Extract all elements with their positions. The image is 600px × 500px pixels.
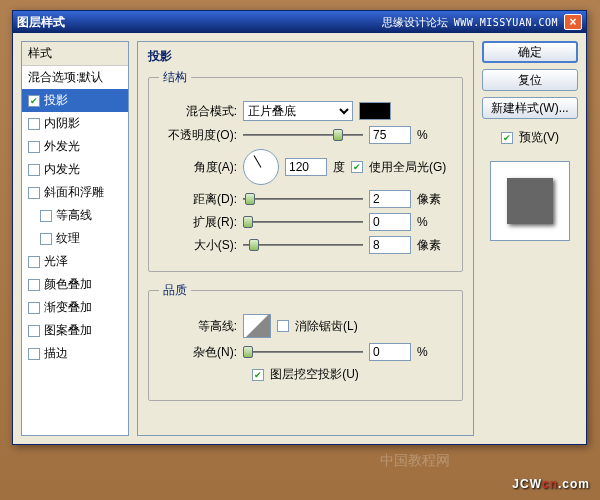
angle-label: 角度(A): <box>159 159 237 176</box>
style-item-gradient-overlay[interactable]: 渐变叠加 <box>22 296 128 319</box>
quality-group: 品质 等高线: 消除锯齿(L) 杂色(N): % 图层挖空投影(U) <box>148 282 463 401</box>
style-subitem-texture[interactable]: 纹理 <box>22 227 128 250</box>
titlebar-subtitle: 思缘设计论坛 <box>382 15 448 30</box>
distance-input[interactable] <box>369 190 411 208</box>
contour-picker[interactable] <box>243 314 271 338</box>
checkbox-icon[interactable] <box>28 256 40 268</box>
checkbox-icon[interactable] <box>28 118 40 130</box>
checkbox-icon[interactable] <box>28 348 40 360</box>
style-item-bevel[interactable]: 斜面和浮雕 <box>22 181 128 204</box>
new-style-button[interactable]: 新建样式(W)... <box>482 97 578 119</box>
ok-button[interactable]: 确定 <box>482 41 578 63</box>
dialog-title: 图层样式 <box>17 14 65 31</box>
style-list: 样式 混合选项:默认 投影 内阴影 外发光 内发光 斜面和浮雕 等高线 纹理 光… <box>21 41 129 436</box>
opacity-slider[interactable] <box>243 128 363 142</box>
angle-unit: 度 <box>333 159 345 176</box>
blend-mode-select[interactable]: 正片叠底 <box>243 101 353 121</box>
checkbox-icon[interactable] <box>28 302 40 314</box>
noise-unit: % <box>417 345 441 359</box>
checkbox-icon[interactable] <box>28 141 40 153</box>
size-input[interactable] <box>369 236 411 254</box>
cancel-button[interactable]: 复位 <box>482 69 578 91</box>
watermark-site: JCWcn.com <box>512 466 590 494</box>
noise-label: 杂色(N): <box>159 344 237 361</box>
size-label: 大小(S): <box>159 237 237 254</box>
structure-group: 结构 混合模式: 正片叠底 不透明度(O): % 角度(A): 度 <box>148 69 463 272</box>
checkbox-icon[interactable] <box>28 164 40 176</box>
checkbox-icon[interactable] <box>40 233 52 245</box>
shadow-color-swatch[interactable] <box>359 102 391 120</box>
settings-panel: 投影 结构 混合模式: 正片叠底 不透明度(O): % 角度(A): <box>137 41 474 436</box>
layer-style-dialog: 图层样式 思缘设计论坛 WWW.MISSYUAN.COM × 样式 混合选项:默… <box>12 10 587 445</box>
style-item-outer-glow[interactable]: 外发光 <box>22 135 128 158</box>
noise-input[interactable] <box>369 343 411 361</box>
style-subitem-contour[interactable]: 等高线 <box>22 204 128 227</box>
preview-box <box>490 161 570 241</box>
style-item-pattern-overlay[interactable]: 图案叠加 <box>22 319 128 342</box>
distance-label: 距离(D): <box>159 191 237 208</box>
contour-label: 等高线: <box>159 318 237 335</box>
angle-input[interactable] <box>285 158 327 176</box>
size-unit: 像素 <box>417 237 441 254</box>
global-light-label: 使用全局光(G) <box>369 159 446 176</box>
checkbox-icon[interactable] <box>28 279 40 291</box>
knockout-checkbox[interactable] <box>252 369 264 381</box>
style-item-stroke[interactable]: 描边 <box>22 342 128 365</box>
opacity-input[interactable] <box>369 126 411 144</box>
spread-slider[interactable] <box>243 215 363 229</box>
distance-slider[interactable] <box>243 192 363 206</box>
distance-unit: 像素 <box>417 191 441 208</box>
spread-input[interactable] <box>369 213 411 231</box>
angle-dial[interactable] <box>243 149 279 185</box>
knockout-label: 图层挖空投影(U) <box>270 366 359 383</box>
style-item-satin[interactable]: 光泽 <box>22 250 128 273</box>
blend-options-item[interactable]: 混合选项:默认 <box>22 66 128 89</box>
preview-swatch <box>507 178 553 224</box>
watermark-cn: 中国教程网 <box>380 452 450 470</box>
style-item-color-overlay[interactable]: 颜色叠加 <box>22 273 128 296</box>
close-icon: × <box>569 15 576 29</box>
preview-label: 预览(V) <box>519 129 559 146</box>
blend-mode-label: 混合模式: <box>159 103 237 120</box>
style-item-inner-glow[interactable]: 内发光 <box>22 158 128 181</box>
noise-slider[interactable] <box>243 345 363 359</box>
checkbox-icon[interactable] <box>28 187 40 199</box>
antialias-checkbox[interactable] <box>277 320 289 332</box>
titlebar: 图层样式 思缘设计论坛 WWW.MISSYUAN.COM × <box>13 11 586 33</box>
titlebar-url: WWW.MISSYUAN.COM <box>454 17 558 28</box>
quality-legend: 品质 <box>159 282 191 299</box>
antialias-label: 消除锯齿(L) <box>295 318 358 335</box>
spread-unit: % <box>417 215 441 229</box>
checkbox-icon[interactable] <box>40 210 52 222</box>
style-item-drop-shadow[interactable]: 投影 <box>22 89 128 112</box>
spread-label: 扩展(R): <box>159 214 237 231</box>
global-light-checkbox[interactable] <box>351 161 363 173</box>
style-list-header: 样式 <box>22 42 128 66</box>
style-item-inner-shadow[interactable]: 内阴影 <box>22 112 128 135</box>
preview-checkbox[interactable] <box>501 132 513 144</box>
panel-title: 投影 <box>148 48 463 65</box>
size-slider[interactable] <box>243 238 363 252</box>
structure-legend: 结构 <box>159 69 191 86</box>
checkbox-icon[interactable] <box>28 95 40 107</box>
opacity-label: 不透明度(O): <box>159 127 237 144</box>
checkbox-icon[interactable] <box>28 325 40 337</box>
right-column: 确定 复位 新建样式(W)... 预览(V) <box>482 41 578 436</box>
opacity-unit: % <box>417 128 441 142</box>
close-button[interactable]: × <box>564 14 582 30</box>
